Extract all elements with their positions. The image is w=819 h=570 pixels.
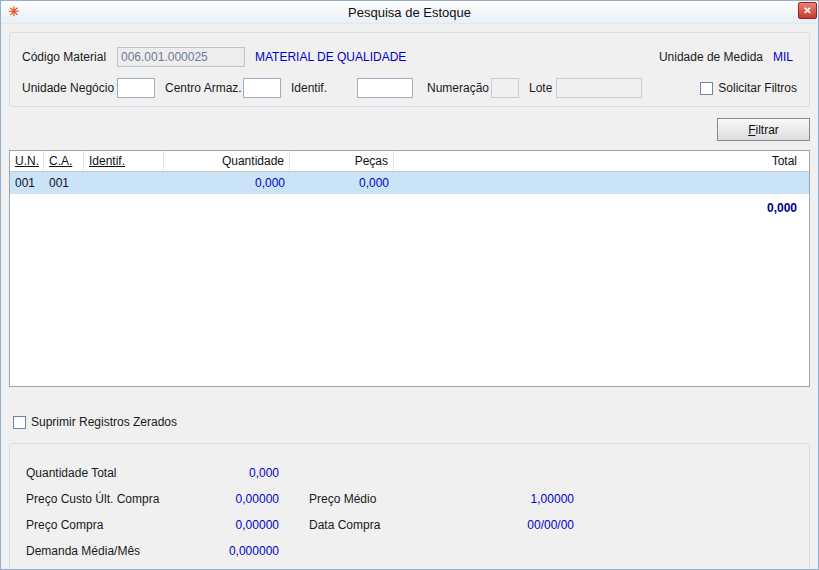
cell-un: 001	[10, 172, 44, 194]
preco-compra-label: Preço Compra	[26, 518, 201, 532]
suprimir-registros-label: Suprimir Registros Zerados	[31, 415, 177, 429]
preco-medio-value: 1,00000	[414, 492, 574, 506]
column-header-ca[interactable]: C.A.	[44, 151, 84, 171]
numeracao-label: Numeração	[427, 81, 491, 95]
title-bar: ✳ Pesquisa de Estoque ✕	[1, 1, 818, 24]
codigo-material-field	[117, 47, 245, 67]
suprimir-registros-checkbox[interactable]	[13, 416, 26, 429]
lote-field	[556, 78, 642, 98]
demanda-media-mes-label: Demanda Média/Mês	[26, 544, 201, 558]
data-compra-label: Data Compra	[309, 518, 414, 532]
preco-medio-label: Preço Médio	[309, 492, 414, 506]
preco-custo-ult-compra-label: Preço Custo Últ. Compra	[26, 492, 201, 506]
lote-label: Lote	[529, 81, 556, 95]
column-header-identif[interactable]: Identif.	[84, 151, 164, 171]
column-header-total: Total	[394, 151, 809, 171]
codigo-material-label: Código Material	[22, 50, 117, 64]
window-title: Pesquisa de Estoque	[1, 5, 818, 20]
options-row: Suprimir Registros Zerados	[13, 414, 810, 430]
data-compra-value: 00/00/00	[414, 518, 574, 532]
unidade-medida-label: Unidade de Medida	[659, 50, 763, 64]
quantidade-total-label: Quantidade Total	[26, 466, 201, 480]
column-header-quantidade: Quantidade	[164, 151, 290, 171]
column-header-pecas: Peças	[290, 151, 394, 171]
table-row[interactable]: 001 001 0,000 0,000	[10, 172, 809, 194]
cell-quantidade: 0,000	[164, 172, 290, 194]
column-header-un[interactable]: U.N.	[10, 151, 44, 171]
preco-compra-value: 0,00000	[201, 518, 279, 532]
filtrar-button[interactable]: Filtrar	[717, 118, 810, 141]
material-description: MATERIAL DE QUALIDADE	[255, 50, 406, 64]
results-table: U.N. C.A. Identif. Quantidade Peças Tota…	[9, 150, 810, 387]
solicitar-filtros-checkbox[interactable]	[700, 82, 713, 95]
numeracao-field	[491, 78, 519, 98]
centro-armaz-label: Centro Armaz.	[165, 81, 243, 95]
centro-armaz-field[interactable]	[243, 78, 281, 98]
summary-group: Quantidade Total 0,000 Preço Custo Últ. …	[9, 443, 810, 570]
cell-pecas: 0,000	[290, 172, 394, 194]
unidade-negocio-label: Unidade Negócio	[22, 81, 117, 95]
cell-total	[394, 172, 809, 194]
identif-field[interactable]	[357, 78, 413, 98]
filters-group: Código Material MATERIAL DE QUALIDADE Un…	[9, 32, 810, 107]
table-header-row: U.N. C.A. Identif. Quantidade Peças Tota…	[10, 151, 809, 172]
unidade-negocio-field[interactable]	[117, 78, 155, 98]
dialog-body: Código Material MATERIAL DE QUALIDADE Un…	[1, 24, 818, 570]
grand-total-value: 0,000	[767, 201, 797, 215]
close-button[interactable]: ✕	[798, 2, 817, 19]
unidade-medida-value: MIL	[773, 50, 793, 64]
pesquisa-de-estoque-dialog: ✳ Pesquisa de Estoque ✕ Código Material …	[0, 0, 819, 570]
demanda-media-mes-value: 0,000000	[201, 544, 279, 558]
cell-identif	[84, 172, 164, 194]
identif-label: Identif.	[291, 81, 357, 95]
quantidade-total-value: 0,000	[201, 466, 279, 480]
app-icon: ✳	[6, 4, 22, 20]
solicitar-filtros-label: Solicitar Filtros	[718, 81, 797, 95]
cell-ca: 001	[44, 172, 84, 194]
preco-custo-ult-compra-value: 0,00000	[201, 492, 279, 506]
